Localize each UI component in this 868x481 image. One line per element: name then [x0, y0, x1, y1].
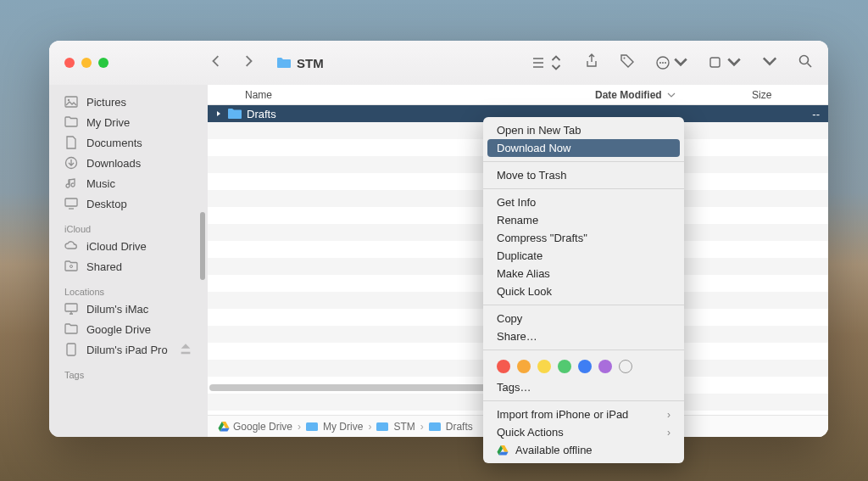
sidebar-item-documents[interactable]: Documents — [49, 132, 208, 153]
svg-rect-5 — [710, 58, 720, 67]
sidebar-item-label: Google Drive — [86, 323, 151, 336]
tag-color[interactable] — [578, 360, 592, 373]
column-name[interactable]: Name — [208, 89, 595, 101]
sidebar-item-pictures[interactable]: Pictures — [49, 92, 208, 112]
column-headers: Name Date Modified Size — [208, 85, 828, 105]
back-button[interactable] — [210, 55, 222, 70]
group-button[interactable] — [709, 55, 742, 70]
sidebar-item-my-drive[interactable]: My Drive — [49, 112, 208, 132]
menu-item-copy[interactable]: Copy — [483, 310, 684, 327]
chevron-right-icon: › — [667, 427, 670, 439]
sidebar-item-label: Shared — [86, 260, 122, 273]
menu-item-share-[interactable]: Share… — [483, 327, 684, 345]
sidebar-item-label: Desktop — [86, 198, 127, 210]
tag-color[interactable] — [537, 360, 551, 373]
share-button[interactable] — [584, 53, 599, 72]
sidebar-item-label: Music — [86, 177, 115, 190]
menu-item-move-to-trash[interactable]: Move to Trash — [483, 166, 684, 184]
sidebar-item-label: Dilum's iMac — [86, 303, 148, 316]
sidebar-item-music[interactable]: Music — [49, 173, 208, 193]
sidebar-item-label: Downloads — [86, 157, 141, 170]
sidebar-item-google-drive[interactable]: Google Drive — [49, 319, 208, 339]
forward-button[interactable] — [242, 55, 254, 70]
sidebar-header: Tags — [49, 360, 208, 382]
svg-point-4 — [665, 62, 666, 64]
svg-point-0 — [624, 58, 626, 59]
svg-rect-12 — [65, 304, 77, 311]
svg-rect-7 — [65, 97, 77, 107]
actions-button[interactable] — [655, 55, 688, 70]
sidebar-item-dilum-s-imac[interactable]: Dilum's iMac — [49, 299, 208, 319]
sidebar-item-label: Documents — [86, 137, 142, 149]
tag-color-none[interactable] — [619, 360, 632, 373]
close-button[interactable] — [64, 58, 75, 68]
menu-item-get-info[interactable]: Get Info — [483, 193, 684, 211]
menu-item-quick-actions[interactable]: Quick Actions› — [483, 423, 684, 441]
maximize-button[interactable] — [98, 58, 108, 68]
menu-item-make-alias[interactable]: Make Alias — [483, 265, 684, 282]
menu-item-rename[interactable]: Rename — [483, 211, 684, 229]
menu-item-download-now[interactable]: Download Now — [487, 139, 680, 157]
folder-icon — [376, 422, 388, 431]
sidebar-item-label: My Drive — [86, 116, 130, 129]
horizontal-scrollbar[interactable] — [209, 384, 489, 391]
tag-color[interactable] — [598, 360, 612, 373]
sidebar-item-label: Dilum's iPad Pro — [86, 344, 168, 356]
chevron-right-icon: › — [667, 409, 670, 421]
path-item[interactable]: My Drive — [306, 421, 363, 433]
sidebar-item-dilum-s-ipad-pro[interactable]: Dilum's iPad Pro — [49, 339, 208, 360]
sidebar-item-desktop[interactable]: Desktop — [49, 193, 208, 214]
menu-item-quick-look[interactable]: Quick Look — [483, 282, 684, 300]
menu-item-open-in-new-tab[interactable]: Open in New Tab — [483, 121, 684, 139]
svg-point-3 — [662, 62, 664, 64]
menu-item-available-offline[interactable]: Available offline — [483, 441, 684, 459]
tag-color-row — [483, 355, 684, 378]
svg-rect-10 — [65, 199, 77, 206]
tag-color[interactable] — [497, 360, 510, 373]
svg-rect-13 — [67, 344, 75, 355]
folder-icon — [276, 57, 292, 69]
menu-item-tags[interactable]: Tags… — [483, 378, 684, 396]
column-date[interactable]: Date Modified — [595, 89, 752, 101]
tags-button[interactable] — [620, 53, 635, 72]
sidebar-item-label: Pictures — [86, 96, 126, 109]
column-size[interactable]: Size — [752, 89, 828, 101]
minimize-button[interactable] — [81, 58, 92, 68]
disclosure-triangle[interactable] — [213, 110, 225, 117]
svg-point-11 — [70, 266, 73, 268]
finder-window: STM PicturesMy DriveDocumentsDownloadsMu… — [49, 41, 828, 437]
tag-color[interactable] — [558, 360, 571, 373]
menu-item-compress-drafts-[interactable]: Compress "Drafts" — [483, 229, 684, 247]
search-button[interactable] — [798, 53, 813, 72]
context-menu: Open in New TabDownload NowMove to Trash… — [483, 117, 684, 463]
svg-point-2 — [659, 62, 661, 64]
sidebar-header: iCloud — [49, 214, 208, 236]
sidebar-header: Locations — [49, 277, 208, 299]
path-item[interactable]: Drafts — [429, 421, 473, 433]
menu-item-duplicate[interactable]: Duplicate — [483, 247, 684, 265]
path-item[interactable]: Google Drive — [218, 421, 292, 433]
svg-point-8 — [68, 99, 70, 101]
tag-color[interactable] — [517, 360, 531, 373]
folder-icon — [429, 422, 441, 431]
sidebar: PicturesMy DriveDocumentsDownloadsMusicD… — [49, 85, 208, 437]
svg-point-6 — [800, 56, 809, 64]
sidebar-item-downloads[interactable]: Downloads — [49, 153, 208, 173]
window-title: STM — [276, 56, 324, 70]
dropdown-button[interactable] — [762, 53, 777, 72]
titlebar: STM — [49, 41, 828, 85]
sidebar-item-shared[interactable]: Shared — [49, 256, 208, 277]
folder-icon — [228, 109, 242, 119]
sidebar-scrollbar[interactable] — [200, 212, 205, 280]
sidebar-item-icloud-drive[interactable]: iCloud Drive — [49, 236, 208, 256]
folder-icon — [306, 422, 318, 431]
path-item[interactable]: STM — [376, 421, 415, 433]
view-options-button[interactable] — [531, 55, 564, 70]
traffic-lights — [64, 58, 108, 68]
menu-item-import-from-iphone-or-ipad[interactable]: Import from iPhone or iPad› — [483, 405, 684, 423]
sidebar-item-label: iCloud Drive — [86, 240, 147, 253]
